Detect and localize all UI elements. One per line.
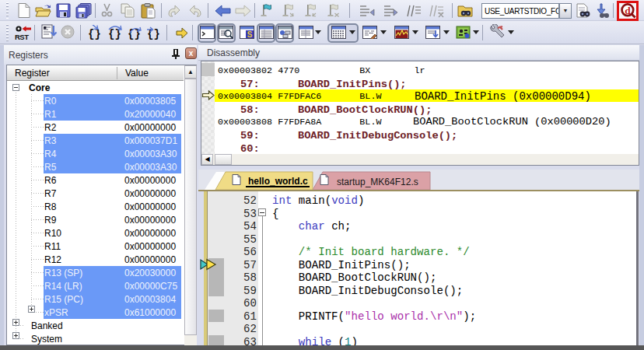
svg-text:d: d [625,5,631,16]
svg-text:S: S [247,30,253,39]
svg-text:{}: {} [88,28,101,40]
svg-text:RST: RST [15,33,29,41]
svg-text:{}: {} [128,28,141,40]
